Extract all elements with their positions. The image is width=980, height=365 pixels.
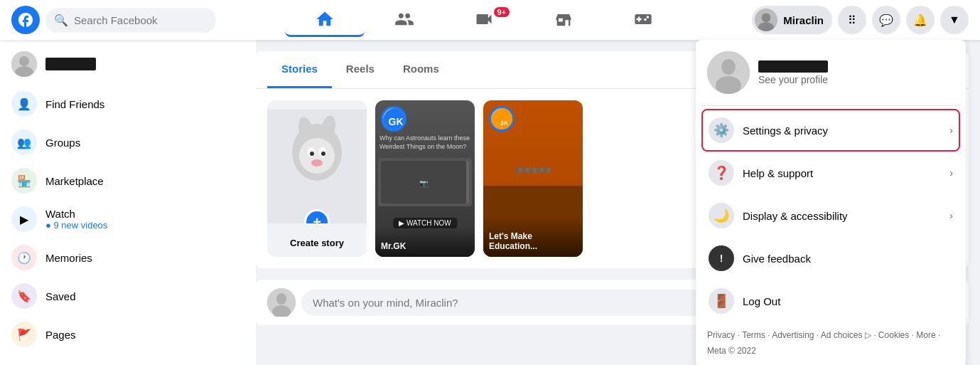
- composer-avatar: [267, 288, 296, 317]
- svg-text:JA: JA: [500, 120, 508, 127]
- help-icon: ❓: [709, 160, 734, 186]
- dropdown-feedback-item[interactable]: ! Give feedback: [701, 237, 960, 280]
- dropdown-help-label: Help & support: [743, 167, 813, 179]
- user-name-label: Miraclin: [783, 14, 824, 26]
- tab-reels[interactable]: Reels: [332, 51, 389, 88]
- svg-text:📷: 📷: [419, 179, 429, 188]
- dropdown-feedback-label: Give feedback: [743, 253, 811, 265]
- story-create-card[interactable]: + Create story: [267, 100, 367, 257]
- dropdown-logout-label: Log Out: [743, 295, 780, 307]
- sidebar-avatar: [11, 51, 37, 77]
- sidebar-label-pages: Pages: [45, 329, 76, 341]
- dropdown-logout-left: 🚪 Log Out: [709, 288, 780, 314]
- dropdown-display-label: Display & accessibility: [743, 210, 848, 222]
- nav-watch-button[interactable]: 9+: [444, 3, 524, 37]
- dropdown-logout-item[interactable]: 🚪 Log Out: [701, 280, 960, 322]
- dropdown-profile-item[interactable]: See your profile: [701, 46, 960, 100]
- sidebar-item-watch[interactable]: ▶ Watch ● 9 new videos: [6, 201, 250, 238]
- sidebar-label-find-friends: Find Friends: [45, 98, 104, 110]
- sidebar-item-find-friends[interactable]: 👤 Find Friends: [6, 85, 250, 122]
- sidebar: 👤 Find Friends 👥 Groups 🏪 Marketplace ▶ …: [0, 40, 256, 365]
- dropdown-profile-name-redacted: [758, 60, 828, 73]
- story-mrgk-avatar: GK: [381, 106, 406, 132]
- saved-icon: 🔖: [11, 283, 37, 309]
- sidebar-username-redacted: [45, 58, 96, 70]
- svg-point-10: [299, 138, 335, 174]
- search-icon: 🔍: [54, 14, 68, 27]
- dropdown-feedback-left: ! Give feedback: [709, 245, 811, 271]
- create-story-label: Create story: [284, 238, 350, 248]
- settings-chevron-icon: ›: [949, 125, 953, 136]
- groups-icon: 👥: [11, 129, 37, 155]
- story-education-card[interactable]: JA 👥👥👥👥👥 Let's Make Education...: [483, 100, 583, 257]
- sidebar-label-marketplace: Marketplace: [45, 175, 104, 187]
- watch-icon: ▶: [11, 206, 37, 232]
- sidebar-item-groups[interactable]: 👥 Groups: [6, 124, 250, 161]
- notifications-icon-button[interactable]: 🔔: [906, 6, 935, 34]
- feedback-icon: !: [709, 245, 734, 271]
- svg-point-15: [311, 159, 323, 166]
- settings-icon: ⚙️: [709, 117, 734, 143]
- facebook-logo[interactable]: [11, 6, 40, 34]
- display-icon: 🌙: [709, 203, 734, 228]
- dropdown-profile-info: See your profile: [758, 60, 828, 85]
- nav-friends-button[interactable]: [365, 3, 444, 37]
- dropdown-settings-label: Settings & privacy: [743, 125, 828, 137]
- apps-icon-button[interactable]: ⠿: [838, 6, 866, 34]
- sidebar-label-groups: Groups: [45, 137, 80, 149]
- user-chip[interactable]: Miraclin: [752, 6, 832, 34]
- search-input[interactable]: [74, 14, 202, 26]
- display-chevron-icon: ›: [949, 210, 953, 221]
- dropdown-divider-1: [701, 105, 960, 106]
- dropdown-display-item[interactable]: 🌙 Display & accessibility ›: [701, 194, 960, 237]
- dropdown-help-item[interactable]: ❓ Help & support ›: [701, 152, 960, 194]
- memories-icon: 🕐: [11, 245, 37, 270]
- dropdown-see-profile-label: See your profile: [758, 74, 828, 85]
- help-chevron-icon: ›: [949, 167, 953, 179]
- sidebar-label-watch: Watch: [45, 208, 107, 220]
- search-bar[interactable]: 🔍: [45, 8, 216, 33]
- svg-point-30: [716, 76, 741, 94]
- sidebar-label-memories: Memories: [45, 252, 92, 264]
- marketplace-icon: 🏪: [11, 168, 37, 194]
- svg-point-4: [19, 56, 29, 66]
- nav-gaming-button[interactable]: [603, 3, 683, 37]
- dropdown-help-left: ❓ Help & support: [709, 160, 813, 186]
- svg-point-14: [321, 152, 325, 156]
- sidebar-item-memories[interactable]: 🕐 Memories: [6, 239, 250, 276]
- dropdown-footer-text: Privacy · Terms · Advertising · Ad choic…: [707, 330, 940, 356]
- dropdown-display-left: 🌙 Display & accessibility: [709, 203, 848, 228]
- svg-point-29: [721, 59, 736, 75]
- dropdown-footer: Privacy · Terms · Advertising · Ad choic…: [701, 322, 960, 361]
- svg-point-26: [276, 293, 286, 305]
- sidebar-label-saved: Saved: [45, 290, 76, 302]
- tab-stories[interactable]: Stories: [267, 51, 332, 88]
- svg-point-1: [762, 13, 771, 22]
- account-menu-button[interactable]: ▼: [940, 6, 969, 34]
- logout-icon: 🚪: [709, 288, 734, 314]
- svg-text:GK: GK: [389, 116, 404, 127]
- pages-icon: 🚩: [11, 322, 37, 347]
- messenger-icon-button[interactable]: 💬: [872, 6, 900, 34]
- watch-text-group: Watch ● 9 new videos: [45, 208, 107, 231]
- user-avatar-small: [755, 9, 777, 31]
- svg-point-13: [310, 152, 314, 156]
- dropdown-settings-item[interactable]: ⚙️ Settings & privacy ›: [701, 109, 960, 152]
- sidebar-item-saved[interactable]: 🔖 Saved: [6, 277, 250, 314]
- nav-home-button[interactable]: [285, 3, 365, 37]
- nav-center: 9+: [222, 3, 746, 37]
- story-education-label: Let's Make Education...: [483, 217, 583, 257]
- svg-text:👥👥👥👥👥: 👥👥👥👥👥: [515, 166, 551, 173]
- sidebar-user-profile[interactable]: [6, 46, 250, 83]
- nav-marketplace-button[interactable]: [524, 3, 603, 37]
- tab-rooms[interactable]: Rooms: [389, 51, 453, 88]
- find-friends-icon: 👤: [11, 91, 37, 117]
- sidebar-item-pages[interactable]: 🚩 Pages: [6, 316, 250, 353]
- story-mrgk-card[interactable]: GK Why can Astronauts learn these Weirde…: [375, 100, 475, 257]
- sidebar-item-marketplace[interactable]: 🏪 Marketplace: [6, 162, 250, 199]
- dropdown-settings-left: ⚙️ Settings & privacy: [709, 117, 828, 143]
- dropdown-avatar: [707, 51, 750, 94]
- story-education-avatar: JA: [489, 106, 515, 132]
- sidebar-sublabel-watch: ● 9 new videos: [45, 220, 107, 231]
- nav-right: Miraclin ⠿ 💬 🔔 ▼: [752, 6, 969, 34]
